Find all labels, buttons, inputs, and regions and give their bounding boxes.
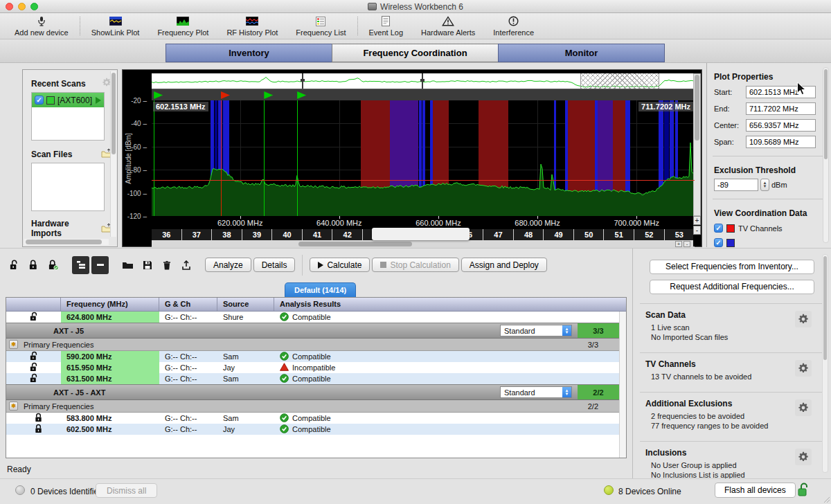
spectrum-plot[interactable]: 602.1513 MHz711.7202 MHz 620.000 MHz640.… [122,69,702,247]
unlocked-icon[interactable] [29,373,38,385]
resize-grip[interactable] [822,495,830,503]
frequency-row[interactable]: 583.800 MHzG:-- Ch:--SamCompatible [6,413,619,424]
marker-strip[interactable] [152,89,695,100]
toolbar-button-frequency-plot[interactable]: Frequency Plot [148,13,217,39]
toolbar-button-showlink-plot[interactable]: ShowLink Plot [82,13,149,39]
flash-all-devices-button[interactable]: Flash all devices [715,483,796,498]
frequency-marker-flag[interactable] [154,91,163,99]
window-title: Wireless Workbench 6 [380,2,463,12]
start-input[interactable] [746,86,816,98]
tv-channels-settings-gear-icon[interactable] [795,360,812,377]
flat-view-button[interactable] [91,256,109,274]
analyze-button[interactable]: Analyze [205,258,251,272]
column-header-source[interactable]: Source [217,298,274,311]
frequency-row[interactable]: 624.800 MHzG:-- Ch:--ShureCompatible [6,312,619,323]
zoom-in-small-button[interactable]: + [675,241,682,247]
sidebar-vertical-scrollbar[interactable] [110,71,116,237]
calculate-button[interactable]: Calculate [310,258,370,272]
trash-button[interactable] [158,256,175,274]
threshold-stepper[interactable]: ▲▼ [760,179,769,191]
expander-icon[interactable]: ✱ [9,402,18,411]
scan-play-icon[interactable] [96,97,101,104]
scan-checkbox[interactable]: ✓ [35,96,44,105]
toolbar-button-hardware-alerts[interactable]: Hardware Alerts [412,13,484,39]
spectrum-plot-area[interactable]: 602.1513 MHz711.7202 MHz [152,100,695,216]
plot-hscroll-thumb[interactable] [298,242,413,246]
subgroup-row[interactable]: ✱Primary Frequencies2/2 [6,400,619,413]
end-input[interactable] [746,102,816,115]
properties-scrollbar[interactable] [823,67,829,243]
profile-select[interactable]: Standard▲▼ [500,325,572,336]
details-button[interactable]: Details [253,258,296,272]
compatible-icon [280,374,289,384]
frequency-marker-flag[interactable] [264,91,273,99]
toolbar-button-add-new-device[interactable]: Add new device [6,13,78,39]
exclusion-threshold-line[interactable] [152,180,695,181]
column-header-analysis-results[interactable]: Analysis Results [274,298,626,311]
export-button[interactable] [177,256,195,274]
column-header-frequency-mhz[interactable]: Frequency (MHz) [61,298,159,311]
select-frequencies-from-inventory-button[interactable]: Select Frequencies from Inventory... [650,260,814,274]
unlocked-icon[interactable] [29,351,38,363]
group-row-axt-j5-axt[interactable]: AXT - J5 - AXTStandard▲▼2/2 [6,384,619,400]
lock-check-button[interactable] [44,256,62,274]
frequency-row[interactable]: 590.200 MHzG:-- Ch:--SamCompatible [6,351,619,362]
toolbar-button-event-log[interactable]: Event Log [360,13,413,39]
coordination-checkbox[interactable]: ✓ [714,224,723,233]
stop-calculation-button[interactable]: Stop Calculation [372,258,458,272]
column-header-g-ch[interactable]: G & Ch [159,298,217,311]
frequency-row[interactable]: 631.500 MHzG:-- Ch:--SamCompatible [6,373,619,384]
frequency-row[interactable]: 602.500 MHzG:-- Ch:--JayCompatible [6,424,619,435]
plot-vertical-scrollbar[interactable] [693,73,701,216]
zoom-out-small-button[interactable]: - [683,241,690,247]
toolbar-button-frequency-list[interactable]: Frequency List [287,13,355,39]
subgroup-row[interactable]: ✱Primary Frequencies3/3 [6,339,619,351]
center-input[interactable] [746,119,816,132]
toolbar-button-rf-history-plot[interactable]: RF History Plot [217,13,287,39]
unlocked-icon[interactable] [796,482,808,498]
profile-select[interactable]: Standard▲▼ [500,386,572,398]
exclusion-threshold-input[interactable] [714,179,758,191]
view-tab-frequency-coordination[interactable]: Frequency Coordination [332,44,499,62]
request-additional-frequencies-button[interactable]: Request Additional Frequencies... [650,280,814,294]
tree-view-button[interactable] [72,256,89,274]
assign-and-deploy-button[interactable]: Assign and Deploy [461,258,547,272]
dismiss-all-button[interactable]: Dismiss all [96,483,157,498]
additional-exclusions-settings-gear-icon[interactable] [795,399,812,416]
overview-range-handle[interactable] [302,73,303,89]
panel-scrollbar[interactable] [822,254,828,473]
unlocked-icon[interactable] [29,312,38,323]
channel-scroll-thumb[interactable] [372,228,470,240]
zoom-out-button[interactable]: - [693,226,701,235]
frequency-marker-flag[interactable] [221,91,230,99]
frequency-row[interactable]: 615.950 MHzG:-- Ch:--JayIncompatible [6,362,619,373]
lock-open-arrow-button[interactable] [25,256,42,274]
scan-item-axt600[interactable]: ✓ [AXT600] [32,93,104,107]
overview-range-handle[interactable] [422,73,423,89]
plot-horizontal-scrollbar[interactable] [152,240,695,248]
group-row-axt-j5[interactable]: AXT - J5Standard▲▼3/3 [6,323,619,339]
sidebar-horizontal-scrollbar[interactable] [24,239,109,245]
coordination-color-swatch [726,224,735,233]
toolbar-button-interference[interactable]: Interference [484,13,543,39]
view-tab-monitor[interactable]: Monitor [498,44,665,62]
coordination-checkbox[interactable]: ✓ [714,238,723,247]
save-button[interactable] [138,256,156,274]
spectrum-overview-strip[interactable] [152,73,695,89]
expander-icon[interactable]: ✱ [9,340,18,349]
unlocked-icon[interactable] [29,362,38,374]
frequency-marker-flag[interactable] [297,91,306,99]
open-folder-button[interactable] [119,256,136,274]
unlock-open-button[interactable] [6,256,23,274]
column-header-lock[interactable] [6,298,61,311]
view-tab-inventory[interactable]: Inventory [166,44,332,62]
inclusions-settings-gear-icon[interactable] [795,449,812,465]
table-vertical-scrollbar[interactable] [619,312,626,458]
scan-data-settings-gear-icon[interactable] [795,311,812,327]
locked-icon[interactable] [34,424,43,435]
zoom-in-button[interactable]: + [693,216,701,225]
span-input[interactable] [746,136,816,148]
recent-scans-title: Recent Scans [31,79,86,89]
tab-default[interactable]: Default (14/14) [285,282,356,297]
locked-icon[interactable] [34,413,43,424]
